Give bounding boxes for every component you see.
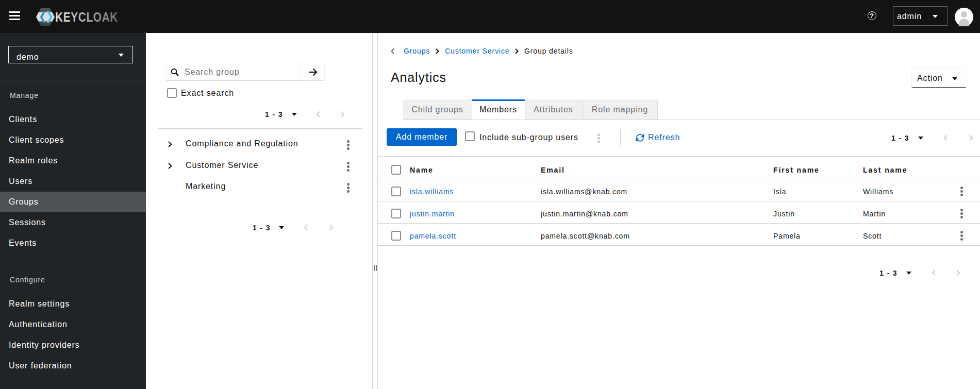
svg-text:KEYCLOAK: KEYCLOAK bbox=[55, 9, 118, 25]
